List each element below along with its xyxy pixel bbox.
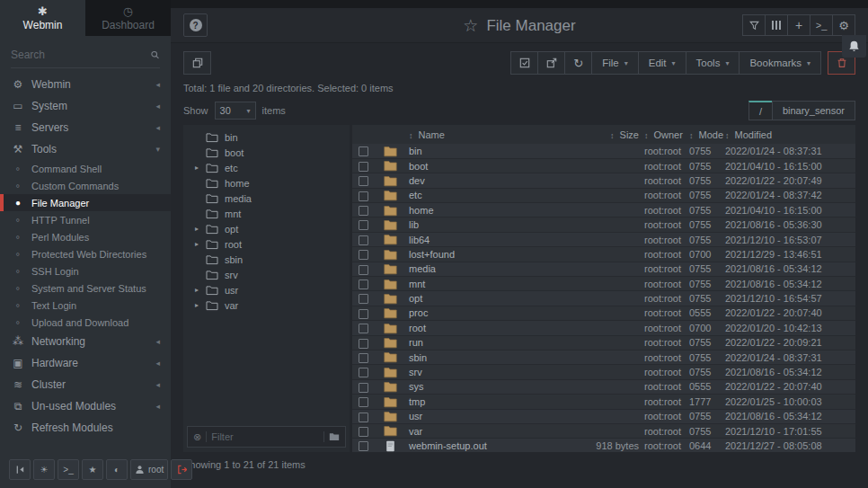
table-row[interactable]: root root:root 0700 2022/01/20 - 10:42:1… xyxy=(352,321,855,335)
tree-item[interactable]: mnt xyxy=(183,206,350,221)
row-checkbox[interactable] xyxy=(359,162,368,172)
sidebar-menu-item[interactable]: ∘ HTTP Tunnel xyxy=(0,211,171,228)
sort-icon[interactable]: ↕ xyxy=(409,131,413,140)
export-button[interactable] xyxy=(537,51,565,75)
sidebar-menu-item[interactable]: ⚒ ∘ Tools ▾ xyxy=(0,138,171,160)
collapse-sidebar-button[interactable] xyxy=(9,459,31,480)
table-row[interactable]: webmin-setup.out 918 bytes root:root 064… xyxy=(352,439,855,452)
tab-webmin[interactable]: ✱ Webmin xyxy=(0,0,85,36)
filter-button[interactable] xyxy=(742,14,766,36)
folder-icon[interactable] xyxy=(329,432,340,441)
switch-view-button[interactable] xyxy=(183,51,211,75)
caret-right-icon[interactable]: ▸ xyxy=(195,164,204,172)
row-checkbox[interactable] xyxy=(359,353,368,363)
sidebar-menu-item[interactable]: ∘ Command Shell xyxy=(0,160,171,177)
caret-right-icon[interactable]: ▸ xyxy=(195,286,204,294)
table-row[interactable]: home root:root 0755 2021/04/10 - 16:15:0… xyxy=(352,203,855,217)
sidebar-menu-item[interactable]: ∘ System and Server Status xyxy=(0,279,171,297)
language-button[interactable]: ◐ xyxy=(106,459,128,480)
table-row[interactable]: lib root:root 0755 2021/08/16 - 05:36:30 xyxy=(352,217,855,232)
user-button[interactable]: root xyxy=(130,459,168,480)
path-segment-button[interactable]: binary_sensor xyxy=(772,101,855,120)
theme-toggle-button[interactable]: ☀ xyxy=(33,459,55,480)
tree-item[interactable]: media xyxy=(183,191,350,206)
sidebar-menu-item[interactable]: ∘ Custom Commands xyxy=(0,177,171,194)
sidebar-menu-item[interactable]: ▭ ∘ System ◂ xyxy=(0,95,171,117)
settings-button[interactable]: ⚙ xyxy=(832,14,855,36)
table-row[interactable]: proc root:root 0555 2022/01/22 - 20:07:4… xyxy=(352,306,855,320)
tree-item[interactable]: home xyxy=(183,175,350,191)
search-input[interactable] xyxy=(11,49,150,61)
row-checkbox[interactable] xyxy=(359,279,368,289)
row-checkbox[interactable] xyxy=(359,146,368,156)
sidebar-menu-item[interactable]: ⚙ ∘ Webmin ◂ xyxy=(0,74,171,95)
row-checkbox[interactable] xyxy=(359,265,368,275)
row-checkbox[interactable] xyxy=(359,294,368,304)
sidebar-menu-item[interactable]: ↻ ∘ Refresh Modules xyxy=(0,417,171,439)
clear-filter-icon[interactable]: ⊗ xyxy=(193,431,201,443)
table-row[interactable]: boot root:root 0755 2021/04/10 - 16:15:0… xyxy=(352,158,855,173)
table-row[interactable]: opt root:root 0755 2021/12/10 - 16:54:57 xyxy=(352,291,855,306)
table-row[interactable]: etc root:root 0755 2022/01/24 - 08:37:42 xyxy=(352,188,855,202)
sort-icon[interactable]: ↕ xyxy=(689,131,694,140)
caret-right-icon[interactable]: ▸ xyxy=(195,240,204,248)
row-checkbox[interactable] xyxy=(359,220,368,230)
table-row[interactable]: var root:root 0755 2021/12/10 - 17:01:55 xyxy=(352,423,855,438)
logout-button[interactable] xyxy=(171,459,192,480)
row-checkbox[interactable] xyxy=(359,250,368,260)
tree-item[interactable]: srv xyxy=(183,267,350,282)
notifications-tab[interactable] xyxy=(842,35,866,58)
sidebar-menu-item[interactable]: ∘ Text Login xyxy=(0,297,171,314)
refresh-button[interactable]: ↻ xyxy=(564,51,592,75)
help-button[interactable]: ? xyxy=(183,13,208,37)
sort-icon[interactable]: ↕ xyxy=(610,131,615,140)
row-checkbox[interactable] xyxy=(359,383,368,393)
sidebar-menu-item[interactable]: ⧉ ∘ Un-used Modules ◂ xyxy=(0,395,171,417)
tab-dashboard[interactable]: ◷ Dashboard xyxy=(85,0,171,36)
header-mode[interactable]: ↕Mode xyxy=(686,125,722,144)
shell-button[interactable]: >_ xyxy=(810,14,833,36)
terminal-button[interactable]: >_ xyxy=(58,459,79,480)
tree-item[interactable]: bin xyxy=(183,129,350,145)
sidebar-menu-item[interactable]: ● File Manager xyxy=(0,194,171,211)
select-all-button[interactable] xyxy=(510,51,538,75)
table-row[interactable]: lib64 root:root 0755 2021/12/10 - 16:53:… xyxy=(352,232,855,246)
sidebar-menu-item[interactable]: ∘ Protected Web Directories xyxy=(0,245,171,262)
sort-icon[interactable]: ↕ xyxy=(725,131,730,140)
sidebar-menu-item[interactable]: ▣ ∘ Hardware ◂ xyxy=(0,352,171,374)
sidebar-menu-item[interactable]: ⁂ ∘ Networking ◂ xyxy=(0,331,171,352)
table-row[interactable]: dev root:root 0755 2022/01/22 - 20:07:49 xyxy=(352,173,855,188)
header-modified[interactable]: ↕Modified xyxy=(722,125,855,144)
sort-icon[interactable]: ↕ xyxy=(644,131,649,140)
row-checkbox[interactable] xyxy=(359,309,368,319)
sidebar-menu-item[interactable]: ≋ ∘ Cluster ◂ xyxy=(0,374,171,395)
row-checkbox[interactable] xyxy=(359,191,368,201)
caret-right-icon[interactable]: ▸ xyxy=(195,225,204,233)
row-checkbox[interactable] xyxy=(359,324,368,333)
table-row[interactable]: media root:root 0755 2021/08/16 - 05:34:… xyxy=(352,262,855,276)
favorite-star-icon[interactable]: ☆ xyxy=(463,15,478,36)
table-row[interactable]: lost+found root:root 0700 2021/12/29 - 1… xyxy=(352,247,855,262)
header-owner[interactable]: ↕Owner xyxy=(642,125,686,144)
tree-item[interactable]: ▸ var xyxy=(183,297,350,313)
caret-right-icon[interactable]: ▸ xyxy=(195,301,204,309)
row-checkbox[interactable] xyxy=(359,427,368,437)
tree-item[interactable]: sbin xyxy=(183,252,350,267)
table-row[interactable]: usr root:root 0755 2021/08/16 - 05:34:12 xyxy=(352,409,855,423)
table-row[interactable]: sys root:root 0555 2022/01/22 - 20:07:40 xyxy=(352,379,855,394)
edit-menu-button[interactable]: Edit ▾ xyxy=(638,51,686,75)
table-row[interactable]: run root:root 0755 2022/01/22 - 20:09:21 xyxy=(352,335,855,350)
row-checkbox[interactable] xyxy=(359,397,368,407)
tools-menu-button[interactable]: Tools ▾ xyxy=(686,51,740,75)
tree-item[interactable]: ▸ etc xyxy=(183,160,350,175)
tree-item[interactable]: ▸ root xyxy=(183,236,350,252)
header-name[interactable]: ↕Name xyxy=(406,125,586,144)
tree-item[interactable]: ▸ opt xyxy=(183,221,350,236)
favorites-button[interactable]: ★ xyxy=(82,459,103,480)
table-row[interactable]: tmp root:root 1777 2022/01/25 - 10:00:03 xyxy=(352,395,855,409)
table-row[interactable]: srv root:root 0755 2021/08/16 - 05:34:12 xyxy=(352,365,855,379)
header-size[interactable]: ↕Size xyxy=(586,125,642,144)
file-menu-button[interactable]: File ▾ xyxy=(591,51,639,75)
tree-item[interactable]: ▸ usr xyxy=(183,282,350,297)
table-row[interactable]: mnt root:root 0755 2021/08/16 - 05:34:12 xyxy=(352,277,855,291)
